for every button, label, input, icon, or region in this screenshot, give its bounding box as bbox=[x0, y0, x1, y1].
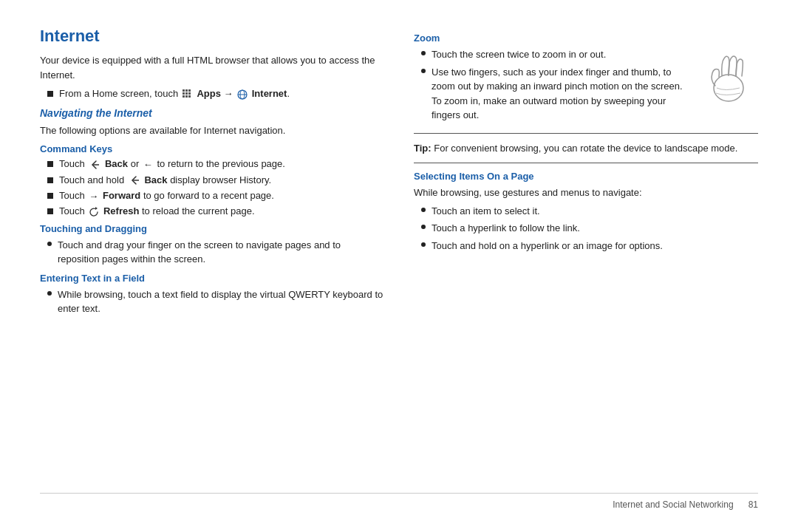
sel3-text: Touch and hold on a hyperlink or an imag… bbox=[432, 239, 663, 253]
page-title: Internet bbox=[40, 27, 384, 46]
svg-rect-6 bbox=[183, 95, 185, 98]
svg-rect-4 bbox=[185, 92, 188, 95]
cmd2-item: Touch and hold Back display browser Hist… bbox=[47, 174, 384, 187]
tip-label: Tip: bbox=[414, 143, 432, 154]
dot-icon-1 bbox=[47, 242, 52, 246]
apps-grid-icon bbox=[183, 89, 193, 100]
touch-drag-heading: Touching and Dragging bbox=[40, 223, 384, 234]
command-keys-heading: Command Keys bbox=[40, 143, 384, 154]
right-column: Zoom Touch the screen twice to zoom in o… bbox=[414, 27, 758, 487]
touch-drag-text: Touch and drag your finger on the screen… bbox=[58, 238, 384, 267]
dot-icon-2 bbox=[47, 291, 52, 296]
footer-label: Internet and Social Networking bbox=[613, 499, 733, 510]
selecting-heading: Selecting Items On a Page bbox=[414, 171, 758, 182]
zoom-heading: Zoom bbox=[414, 33, 758, 44]
sel1-text: Touch an item to select it. bbox=[432, 204, 540, 219]
svg-rect-7 bbox=[185, 95, 188, 98]
forward-arrow-icon: → bbox=[89, 191, 98, 202]
cmd1-item: Touch Back or ← to return to the previou… bbox=[47, 158, 384, 171]
from-home-item: From a Home screen, touch Apps bbox=[47, 88, 384, 100]
dot-zoom-2 bbox=[421, 69, 426, 73]
sel-bullet-3: Touch and hold on a hyperlink or an imag… bbox=[421, 239, 758, 253]
svg-rect-2 bbox=[188, 89, 191, 92]
refresh-icon bbox=[89, 207, 99, 217]
zoom-text-block: Touch the screen twice to zoom in or out… bbox=[414, 47, 692, 126]
divider-1 bbox=[414, 133, 758, 134]
dot-zoom-1 bbox=[421, 51, 426, 55]
page: Internet Your device is equipped with a … bbox=[0, 0, 798, 532]
tip-text: For convenient browsing, you can rotate … bbox=[434, 143, 737, 154]
svg-rect-0 bbox=[183, 89, 185, 92]
left-arrow-icon: ← bbox=[143, 159, 153, 170]
divider-2 bbox=[414, 163, 758, 163]
bullet-sq2 bbox=[47, 177, 53, 183]
selecting-intro: While browsing, use gestures and menus t… bbox=[414, 185, 758, 200]
touch-drag-bullet: Touch and drag your finger on the screen… bbox=[47, 238, 384, 267]
cmd3-text: Touch → Forward to go forward to a recen… bbox=[59, 190, 274, 202]
intro-text: Your device is equipped with a full HTML… bbox=[40, 53, 384, 82]
cmd2-text: Touch and hold Back display browser Hist… bbox=[59, 174, 271, 187]
bullet-sq1 bbox=[47, 161, 53, 167]
arrow-label: → bbox=[224, 88, 233, 99]
bullet-sq4 bbox=[47, 208, 53, 214]
bullet-square-icon bbox=[47, 91, 53, 97]
dot-sel-1 bbox=[421, 208, 426, 212]
dot-sel-2 bbox=[421, 225, 426, 229]
nav-heading: Navigating the Internet bbox=[40, 107, 384, 119]
svg-marker-12 bbox=[95, 207, 98, 210]
enter-text-heading: Entering Text in a Field bbox=[40, 273, 384, 284]
back-icon-2 bbox=[129, 174, 140, 186]
enter-text-body: While browsing, touch a text field to di… bbox=[58, 287, 384, 316]
zoom2-text: Use two fingers, such as your index fing… bbox=[432, 65, 692, 123]
svg-rect-5 bbox=[188, 92, 191, 95]
cmd3-item: Touch → Forward to go forward to a recen… bbox=[47, 190, 384, 202]
dot-sel-3 bbox=[421, 242, 426, 247]
hand-pinch-icon bbox=[699, 47, 758, 106]
left-column: Internet Your device is equipped with a … bbox=[40, 27, 384, 487]
svg-rect-3 bbox=[183, 92, 185, 95]
globe-icon bbox=[237, 89, 248, 100]
nav-sub: The following options are available for … bbox=[40, 123, 384, 138]
svg-rect-8 bbox=[188, 95, 191, 98]
svg-rect-1 bbox=[185, 89, 188, 92]
zoom-section: Zoom Touch the screen twice to zoom in o… bbox=[414, 33, 758, 126]
cmd1-text: Touch Back or ← to return to the previou… bbox=[59, 158, 285, 171]
content-area: Internet Your device is equipped with a … bbox=[40, 27, 758, 487]
cmd4-text: Touch Refresh to reload the current page… bbox=[59, 205, 255, 217]
footer: Internet and Social Networking 81 bbox=[40, 493, 758, 510]
cmd4-item: Touch Refresh to reload the current page… bbox=[47, 205, 384, 217]
sel2-text: Touch a hyperlink to follow the link. bbox=[432, 221, 580, 236]
footer-page: 81 bbox=[748, 499, 758, 510]
zoom-bullet-1: Touch the screen twice to zoom in or out… bbox=[421, 47, 692, 62]
sel-bullet-1: Touch an item to select it. bbox=[421, 204, 758, 219]
apps-label: Apps bbox=[197, 88, 221, 99]
zoom1-text: Touch the screen twice to zoom in or out… bbox=[432, 47, 606, 62]
zoom-content: Touch the screen twice to zoom in or out… bbox=[414, 47, 758, 126]
internet-label: Internet bbox=[252, 88, 287, 99]
from-home-text: From a Home screen, touch Apps bbox=[59, 88, 290, 100]
enter-text-bullet: While browsing, touch a text field to di… bbox=[47, 287, 384, 316]
zoom-bullet-2: Use two fingers, such as your index fing… bbox=[421, 65, 692, 123]
back-icon bbox=[89, 159, 100, 171]
bullet-sq3 bbox=[47, 193, 53, 199]
sel-bullet-2: Touch a hyperlink to follow the link. bbox=[421, 221, 758, 236]
tip-box: Tip: For convenient browsing, you can ro… bbox=[414, 141, 758, 156]
